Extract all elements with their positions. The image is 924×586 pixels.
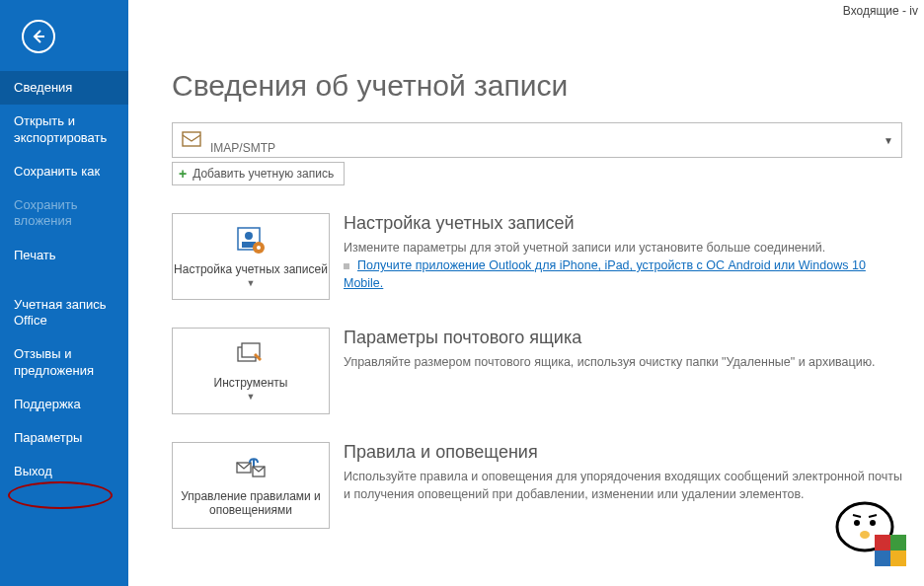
arrow-left-icon [31,29,46,44]
svg-rect-18 [890,550,906,566]
tools-tile[interactable]: Инструменты ▼ [172,328,330,414]
chevron-down-icon: ▼ [247,278,256,288]
account-selector[interactable]: IMAP/SMTP ▼ [172,122,902,158]
sidebar-item-open-export[interactable]: Открыть и экспортировать [0,105,128,155]
account-settings-icon [234,226,268,258]
sidebar-item-office-account[interactable]: Учетная запись Office [0,288,128,338]
backstage-sidebar: Сведения Открыть и экспортировать Сохран… [0,0,128,586]
add-account-label: Добавить учетную запись [192,167,334,181]
svg-point-2 [245,232,253,240]
svg-rect-16 [890,535,906,550]
section-desc: Измените параметры для этой учетной запи… [344,239,902,292]
sidebar-item-support[interactable]: Поддержка [0,388,128,421]
svg-point-14 [860,531,870,539]
sidebar-item-exit[interactable]: Выход [0,455,128,488]
account-settings-tile[interactable]: Настройка учетных записей ▼ [172,213,330,300]
tools-icon [234,341,268,372]
section-desc: Управляйте размером почтового ящика, исп… [344,353,902,371]
back-button[interactable] [22,20,55,53]
tile-label: Инструменты [214,376,288,390]
section-heading: Параметры почтового ящика [344,328,902,348]
svg-rect-15 [875,535,890,550]
svg-point-5 [257,246,261,250]
rules-alerts-icon [234,455,268,485]
svg-rect-0 [183,132,200,146]
sidebar-item-save-as[interactable]: Сохранить как [0,155,128,188]
sidebar-item-info[interactable]: Сведения [0,71,128,105]
sidebar-item-options[interactable]: Параметры [0,421,128,455]
account-icon [173,129,210,151]
rules-alerts-tile[interactable]: Управление правилами и оповещениями [172,442,330,529]
tile-label: Управление правилами и оповещениями [173,489,329,517]
bullet-icon [344,263,349,269]
svg-point-12 [854,520,860,526]
section-heading: Настройка учетных записей [344,213,902,234]
chevron-down-icon: ▼ [884,135,893,146]
svg-point-13 [870,520,876,526]
watermark-logo [825,487,914,576]
account-protocol: IMAP/SMTP [210,141,275,157]
chevron-down-icon: ▼ [247,392,256,402]
plus-icon: + [179,166,187,182]
add-account-button[interactable]: + Добавить учетную запись [172,162,345,185]
outlook-app-link[interactable]: Получите приложение Outlook для iPhone, … [344,258,866,290]
section-desc: Используйте правила и оповещения для упо… [344,468,902,503]
tile-label: Настройка учетных записей [174,262,328,276]
sidebar-item-save-attachments: Сохранить вложения [0,188,128,239]
section-heading: Правила и оповещения [344,442,902,463]
page-title: Сведения об учетной записи [172,69,902,103]
svg-rect-17 [875,550,890,566]
sidebar-item-feedback[interactable]: Отзывы и предложения [0,337,128,388]
main-pane: Сведения об учетной записи IMAP/SMTP ▼ +… [128,0,924,586]
sidebar-item-print[interactable]: Печать [0,239,128,272]
